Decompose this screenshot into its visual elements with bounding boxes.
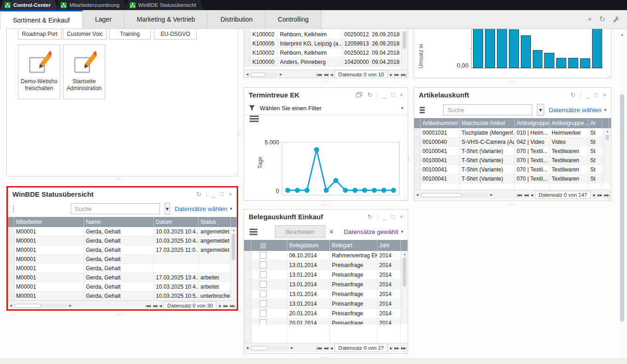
window-tab-control-center[interactable]: Control-Center <box>0 0 58 10</box>
scroll-up-icon[interactable]: ▲ <box>231 227 237 232</box>
close-icon[interactable]: × <box>399 214 403 220</box>
tile-startseite-administration[interactable]: Startseite Administration <box>63 45 105 99</box>
scroll-right-icon[interactable]: ▶ <box>69 304 71 307</box>
window-tab-winbde[interactable]: WinBDE Statusübersicht <box>125 0 204 10</box>
column-splitter-handle[interactable]: ··· <box>237 131 242 136</box>
module-button-eu-dsgvo[interactable]: EU-DSGVO <box>154 28 197 40</box>
table-row[interactable]: 13.01.2014Preisanfrage2014 <box>244 299 408 309</box>
popout-icon[interactable] <box>356 92 362 97</box>
row-checkbox[interactable] <box>260 281 267 288</box>
refresh-icon[interactable]: ↻ <box>367 214 372 220</box>
row-selector[interactable] <box>8 236 14 245</box>
close-icon[interactable]: × <box>228 191 232 197</box>
resize-grip[interactable]: ⋱ <box>403 196 407 201</box>
resize-grip[interactable]: ⋱ <box>403 349 407 354</box>
resize-grip[interactable]: ⋱ <box>606 74 610 78</box>
column-header[interactable]: Status <box>199 217 231 227</box>
minimize-icon[interactable]: _ <box>383 214 386 220</box>
tab-marketing-vertrieb[interactable]: Marketing & Vertrieb <box>125 10 208 28</box>
table-row[interactable]: 13.01.2014Preisanfrage2014 <box>244 280 408 290</box>
scrollbar-thumb[interactable] <box>620 94 624 322</box>
scroll-up-icon[interactable]: ▲ <box>619 29 626 37</box>
row-selector[interactable] <box>8 273 14 282</box>
scroll-up-icon[interactable]: ▲ <box>604 128 611 133</box>
row-checkbox-cell[interactable] <box>251 309 287 318</box>
tab-sortiment-einkauf[interactable]: Sortiment & Einkauf <box>0 10 83 29</box>
row-selector[interactable] <box>8 245 14 255</box>
row-checkbox-cell[interactable] <box>251 261 287 270</box>
column-header[interactable]: Mitarbeiter <box>14 217 84 227</box>
table-vertical-scrollbar[interactable]: ▲ <box>604 128 611 183</box>
panel-splitter-handle[interactable]: ··· <box>322 204 330 206</box>
refresh-icon[interactable]: ↻ <box>599 16 605 23</box>
row-selector[interactable] <box>8 255 14 264</box>
row-checkbox[interactable] <box>260 319 267 324</box>
next-page-button[interactable]: ▶▶ <box>598 193 602 197</box>
panel-splitter-handle[interactable]: ··· <box>116 313 123 316</box>
table-vertical-scrollbar[interactable]: ▲ <box>230 227 237 301</box>
records-selected-link[interactable]: Datensätze gewählt▾ <box>344 228 403 235</box>
minimize-icon[interactable]: _ <box>586 92 589 98</box>
tab-distribution[interactable]: Distribution <box>208 10 265 28</box>
column-header[interactable]: Artikelgruppe <box>515 118 550 128</box>
first-record-button[interactable]: |◀◀ <box>316 73 321 77</box>
add-dashboard-icon[interactable]: + <box>587 16 592 23</box>
row-checkbox-cell[interactable] <box>251 290 287 299</box>
row-selector[interactable] <box>244 39 251 48</box>
row-selector[interactable] <box>8 282 14 291</box>
row-checkbox-cell[interactable] <box>251 270 287 280</box>
table-row[interactable]: 00100041T-Shirt (Variante)070 | Textil..… <box>414 147 611 156</box>
scroll-up-icon[interactable]: ▲ <box>402 251 408 256</box>
table-row[interactable]: 06.10.2014Rahmenvertrag EK2014 <box>244 251 408 261</box>
row-checkbox[interactable] <box>260 252 267 259</box>
row-selector[interactable] <box>414 137 421 147</box>
search-input[interactable] <box>71 203 160 214</box>
select-all-cell[interactable] <box>251 240 287 251</box>
close-icon[interactable]: × <box>399 92 403 98</box>
column-header[interactable]: Jahr <box>377 240 401 251</box>
table-vertical-scrollbar[interactable] <box>401 30 408 69</box>
next-page-button[interactable]: ▶▶ <box>394 73 399 77</box>
horizontal-scrollbar[interactable] <box>420 193 489 197</box>
table-row[interactable]: K100002Rehborn, Kelkheim0025001209.04.20… <box>244 48 408 57</box>
wrench-icon[interactable] <box>613 16 620 23</box>
row-checkbox-cell[interactable] <box>251 280 287 290</box>
row-selector[interactable] <box>244 30 251 39</box>
row-checkbox[interactable] <box>260 300 267 307</box>
table-row[interactable]: M00001Gerda, Gehalt10.03.2025 10:4...arb… <box>8 282 237 291</box>
first-record-button[interactable]: |◀◀ <box>316 346 321 350</box>
prev-record-button[interactable]: ◀ <box>530 193 533 197</box>
row-checkbox[interactable] <box>260 271 267 278</box>
column-header[interactable]: Artikelgruppe... <box>550 118 588 128</box>
scroll-left-icon[interactable]: ◀ <box>246 346 248 350</box>
resize-grip[interactable]: ⋱ <box>403 74 407 78</box>
table-row[interactable]: M00001Gerda, Gehalt <box>8 255 237 264</box>
menu-icon[interactable] <box>13 208 14 210</box>
search-input[interactable] <box>443 104 532 115</box>
maximize-icon[interactable]: □ <box>391 214 394 219</box>
table-row[interactable]: 00001031Tischplatte (Mengenf...010 | Hei… <box>414 128 611 137</box>
row-selector[interactable] <box>244 309 251 318</box>
prev-page-button[interactable]: ◀◀ <box>524 193 528 197</box>
prev-page-button[interactable]: ◀◀ <box>153 304 157 308</box>
minimize-icon[interactable]: _ <box>212 191 215 197</box>
row-selector[interactable] <box>8 291 14 301</box>
scroll-left-icon[interactable]: ◀ <box>416 193 418 197</box>
row-selector[interactable] <box>244 290 251 299</box>
tab-controlling[interactable]: Controlling <box>265 10 321 28</box>
row-selector[interactable] <box>8 264 14 273</box>
minimize-icon[interactable]: _ <box>383 92 386 98</box>
horizontal-scrollbar[interactable] <box>250 73 278 77</box>
row-selector[interactable] <box>244 318 251 324</box>
next-record-button[interactable]: ▶ <box>390 73 392 77</box>
next-record-button[interactable]: ▶ <box>219 304 221 308</box>
row-checkbox-cell[interactable] <box>251 251 287 261</box>
table-row[interactable]: 20.01.2014Preisanfrage2014 <box>244 318 408 324</box>
table-row[interactable]: 00100041T-Shirt (Variante)070 | Textil..… <box>414 156 611 165</box>
menu-icon[interactable] <box>250 231 257 233</box>
menu-icon[interactable] <box>420 109 425 111</box>
prev-page-button[interactable]: ◀◀ <box>324 73 328 77</box>
panel-splitter-handle[interactable]: ··· <box>509 80 516 83</box>
refresh-icon[interactable]: ↻ <box>570 92 576 98</box>
records-select-link[interactable]: Datensätze wählen▾ <box>175 205 232 212</box>
